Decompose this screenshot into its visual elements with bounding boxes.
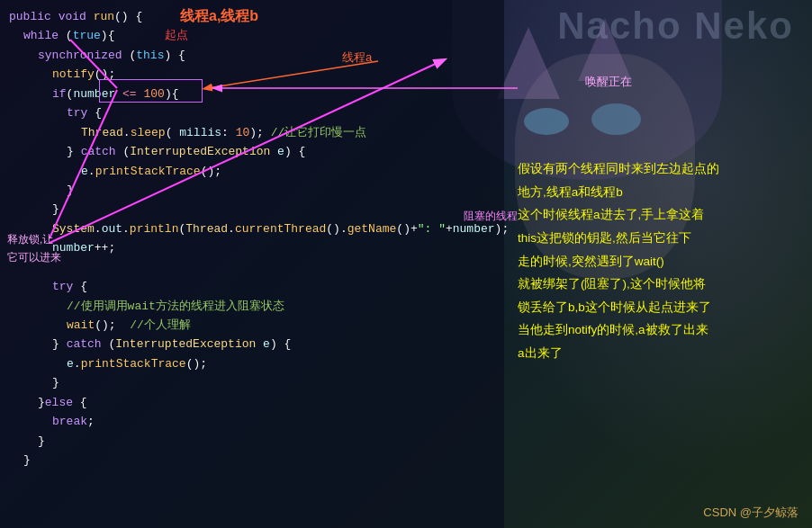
code-line-12: number++; — [9, 238, 504, 257]
code-line-23: } — [9, 451, 504, 470]
code-line-15: //使用调用wait方法的线程进入阻塞状态 — [9, 297, 504, 316]
code-line-10: } — [9, 200, 504, 219]
code-line-14: try { — [9, 277, 504, 296]
code-line-4: if(number <= 100){ — [9, 85, 504, 103]
code-line-19: } — [9, 373, 504, 392]
label-left-1: 释放锁,让 — [7, 232, 53, 247]
anime-eye-right-decoration — [591, 103, 641, 135]
huanxing-label: 唤醒正在 — [585, 74, 632, 90]
code-line-7: } catch (InterruptedException e) { — [9, 142, 504, 161]
anime-eye-left-decoration — [524, 108, 569, 135]
code-line-9: } — [9, 181, 504, 200]
code-line-21: break; — [9, 412, 504, 431]
explanation-line-1: 假设有两个线程同时来到左边起点的 — [518, 157, 797, 181]
code-line-17: } catch (InterruptedException e) { — [9, 335, 504, 353]
explanation-line-7: 锁丢给了b,b这个时候从起点进来了 — [518, 296, 797, 319]
code-line-18: e.printStackTrace(); — [9, 354, 504, 373]
code-line-22: } — [9, 432, 504, 451]
code-line-6: Thread.sleep( millis: 10); //让它打印慢一点 — [9, 123, 504, 142]
explanation-line-5: 走的时候,突然遇到了wait() — [518, 250, 797, 273]
code-line-8: e.printStackTrace(); — [9, 162, 504, 181]
explanation-line-2: 地方,线程a和线程b — [518, 181, 797, 204]
explanation-line-8: 当他走到notify的时候,a被救了出来 — [518, 318, 797, 342]
title-annotation: 线程a,线程b — [180, 7, 258, 26]
qidian-label: 起点 — [165, 27, 188, 43]
zuse-thread-label: 阻塞的线程 — [464, 209, 518, 224]
code-line-13 — [9, 258, 504, 277]
label-left-2: 它可以进来 — [7, 250, 61, 265]
code-line-2: synchronized (this) { — [9, 46, 504, 65]
watermark-text: Nacho Neko — [557, 4, 794, 48]
csdn-watermark: CSDN @子夕鲸落 — [703, 505, 798, 521]
code-container: public void run() { while (true){ synchr… — [0, 0, 504, 528]
code-line-11: System.out.println(Thread.currentThread(… — [9, 219, 504, 238]
explanation-text: 假设有两个线程同时来到左边起点的 地方,线程a和线程b 这个时候线程a进去了,手… — [518, 157, 797, 365]
code-line-20: }else { — [9, 393, 504, 412]
xiancheng-a-label: 线程a — [342, 49, 372, 66]
explanation-line-4: this这把锁的钥匙,然后当它往下 — [518, 227, 797, 250]
code-line-16: wait(); //个人理解 — [9, 316, 504, 335]
explanation-line-6: 就被绑架了(阻塞了),这个时候他将 — [518, 273, 797, 296]
explanation-line-3: 这个时候线程a进去了,手上拿这着 — [518, 203, 797, 227]
code-line-1: while (true){ — [9, 26, 504, 45]
explanation-line-9: a出来了 — [518, 342, 797, 365]
code-line-5: try { — [9, 103, 504, 122]
code-line-3: notify(); — [9, 65, 504, 84]
